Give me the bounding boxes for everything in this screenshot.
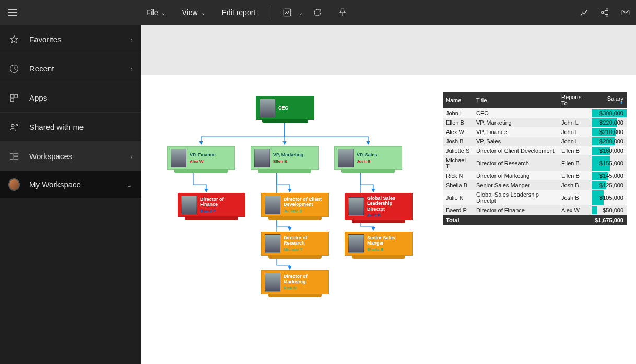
svg-rect-4 bbox=[622, 10, 629, 15]
chevron-right-icon: › bbox=[130, 35, 133, 44]
avatar bbox=[8, 178, 20, 191]
hamburger-icon bbox=[8, 9, 17, 16]
role-label: Senior Sales Manger bbox=[367, 235, 409, 246]
cell-title: Director of Marketing bbox=[473, 171, 558, 180]
org-card-vp[interactable]: VP, FinanceAlex W bbox=[167, 146, 235, 170]
cell-name: Alex W bbox=[443, 127, 473, 137]
edit-report-button[interactable]: Edit report bbox=[216, 0, 262, 25]
nav-sidebar: Favorites › Recent › Apps Shared with me… bbox=[0, 25, 141, 364]
table-row[interactable]: Michael TDirector of ResearchEllen B$155… bbox=[443, 155, 627, 171]
org-card-ceo[interactable]: CEO bbox=[256, 96, 314, 120]
table-row[interactable]: John LCEO$300,000 bbox=[443, 108, 627, 118]
table-row[interactable]: Sheila BSenior Sales MangerJosh B$125,00… bbox=[443, 180, 627, 190]
cell-name: Josh B bbox=[443, 137, 473, 146]
cell-reports-to: Ellen B bbox=[558, 171, 592, 180]
file-menu[interactable]: File ⌄ bbox=[140, 0, 172, 25]
view-label: View bbox=[182, 8, 198, 17]
cell-name: John L bbox=[443, 108, 473, 118]
analytics-button[interactable] bbox=[573, 0, 594, 25]
cell-salary: $125,000 bbox=[592, 180, 627, 190]
cell-title: VP, Sales bbox=[473, 137, 558, 146]
sidebar-item-label: Favorites bbox=[29, 35, 121, 44]
chevron-right-icon: › bbox=[130, 152, 133, 161]
toolbar-divider bbox=[269, 7, 269, 18]
table-row[interactable]: Alex WVP, FinanceJohn L$210,000 bbox=[443, 127, 627, 137]
name-label: Josh B bbox=[357, 159, 377, 164]
sidebar-item-favorites[interactable]: Favorites › bbox=[0, 25, 141, 54]
cell-salary: $160,000 bbox=[592, 146, 627, 155]
svg-point-2 bbox=[602, 11, 604, 14]
pin-button[interactable] bbox=[332, 0, 353, 25]
org-card-level3[interactable]: Senior Sales MangerSheila B bbox=[345, 232, 413, 256]
view-menu[interactable]: View ⌄ bbox=[176, 0, 211, 25]
table-row[interactable]: Baerd PDirector of FinanceAlex W$50,000 bbox=[443, 205, 627, 215]
sidebar-item-shared[interactable]: Shared with me bbox=[0, 113, 141, 142]
org-card-level3[interactable]: Director of ResearchMichael T bbox=[261, 232, 329, 256]
cell-title: Director of Finance bbox=[473, 205, 558, 215]
table-row[interactable]: Josh BVP, SalesJohn L$200,000 bbox=[443, 137, 627, 146]
table-row[interactable]: Rick NDirector of MarketingEllen B$145,0… bbox=[443, 171, 627, 180]
person-photo bbox=[265, 273, 280, 292]
salary-table[interactable]: Name Title Reports To Salary ▼ John LCEO… bbox=[443, 92, 627, 225]
cell-reports-to: John L bbox=[558, 127, 592, 137]
hamburger-menu[interactable] bbox=[0, 0, 25, 25]
col-reports-to[interactable]: Reports To bbox=[558, 92, 592, 108]
svg-point-10 bbox=[16, 124, 17, 126]
share-button[interactable] bbox=[594, 0, 615, 25]
org-card-level3[interactable]: Global Sales Leadership DirectptJulie K bbox=[345, 193, 413, 220]
sidebar-item-recent[interactable]: Recent › bbox=[0, 54, 141, 83]
explore-button[interactable] bbox=[277, 0, 298, 25]
subscribe-button[interactable] bbox=[615, 0, 636, 25]
person-photo bbox=[181, 196, 197, 214]
name-label: Julie K bbox=[367, 213, 409, 217]
svg-rect-0 bbox=[284, 9, 291, 16]
person-photo bbox=[260, 99, 275, 117]
cell-title: Director of Client Development bbox=[473, 146, 558, 155]
col-name[interactable]: Name bbox=[443, 92, 473, 108]
person-photo bbox=[348, 234, 364, 253]
chevron-down-icon: ⌄ bbox=[126, 180, 133, 189]
org-card-vp[interactable]: VP, SalesJosh B bbox=[334, 146, 402, 170]
role-label: VP, Sales bbox=[357, 152, 377, 157]
cell-salary: $155,000 bbox=[592, 155, 627, 171]
report-page[interactable]: CEO VP, FinanceAlex W VP, MarketingEllen… bbox=[141, 75, 636, 364]
role-label: Global Sales Leadership Directpt bbox=[367, 196, 409, 212]
star-icon bbox=[9, 34, 19, 45]
svg-rect-11 bbox=[10, 153, 13, 160]
sidebar-item-my-workspace[interactable]: My Workspace ⌄ bbox=[0, 171, 141, 198]
table-row[interactable]: Ellen BVP, MarketingJohn L$220,000 bbox=[443, 118, 627, 127]
org-card-vp[interactable]: VP, MarketingEllen B bbox=[251, 146, 319, 170]
svg-rect-13 bbox=[14, 156, 18, 159]
share-icon bbox=[600, 8, 609, 17]
col-title[interactable]: Title bbox=[473, 92, 558, 108]
sidebar-item-label: Workspaces bbox=[29, 152, 121, 161]
name-label: Sheila B bbox=[367, 247, 409, 252]
refresh-button[interactable] bbox=[307, 0, 328, 25]
mail-icon bbox=[621, 8, 630, 17]
name-label: Baerd P bbox=[200, 209, 242, 213]
top-right-actions bbox=[573, 0, 636, 25]
table-total-row: Total $1,675,000 bbox=[443, 215, 627, 225]
sidebar-item-apps[interactable]: Apps bbox=[0, 83, 141, 113]
cell-name: Sheila B bbox=[443, 180, 473, 190]
cell-salary: $300,000 bbox=[592, 108, 627, 118]
top-bar: File ⌄ View ⌄ Edit report ⌄ bbox=[0, 0, 636, 25]
total-label: Total bbox=[443, 215, 592, 225]
org-card-level3[interactable]: Director of FinanceBaerd P bbox=[178, 193, 245, 217]
cell-name: Baerd P bbox=[443, 205, 473, 215]
sidebar-item-workspaces[interactable]: Workspaces › bbox=[0, 142, 141, 171]
name-label: Michael T bbox=[284, 247, 325, 252]
table-row[interactable]: Julie KGlobal Sales Leadership DirectptJ… bbox=[443, 190, 627, 205]
apps-icon bbox=[9, 93, 19, 103]
cell-reports-to: Josh B bbox=[558, 180, 592, 190]
sidebar-item-label: Shared with me bbox=[29, 123, 133, 131]
edit-report-label: Edit report bbox=[222, 8, 256, 17]
chevron-down-icon[interactable]: ⌄ bbox=[299, 10, 303, 16]
role-label: Director of Research bbox=[284, 235, 325, 246]
table-row[interactable]: Juliette SDirector of Client Development… bbox=[443, 146, 627, 155]
org-card-level3[interactable]: Director of MarketingRick N bbox=[261, 270, 329, 294]
role-label: VP, Finance bbox=[190, 152, 216, 157]
org-card-level3[interactable]: Director of Client DevelopmentJuliette S bbox=[261, 193, 329, 217]
col-salary[interactable]: Salary ▼ bbox=[592, 92, 627, 108]
chevron-right-icon: › bbox=[130, 65, 133, 73]
